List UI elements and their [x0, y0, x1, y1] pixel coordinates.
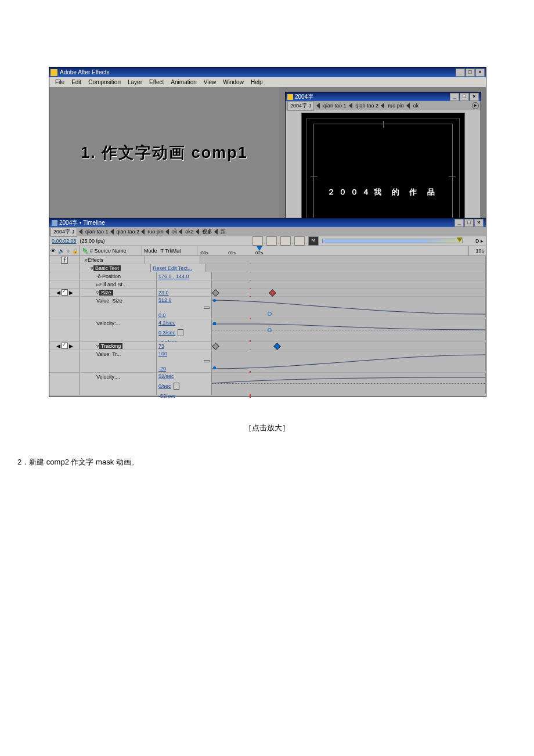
size-value-graph[interactable] — [212, 297, 486, 318]
keyframe-icon[interactable] — [273, 343, 281, 350]
menu-window[interactable]: Window — [219, 79, 247, 85]
opt-btn-2[interactable] — [266, 236, 277, 246]
keyframe-icon[interactable] — [269, 289, 276, 297]
position-label: Position — [102, 273, 121, 279]
tl-max-button[interactable]: □ — [464, 219, 474, 227]
tracking-value-graph[interactable] — [212, 350, 486, 371]
trkmat-header-label[interactable]: T TrkMat — [161, 248, 181, 254]
tl-tab-5[interactable]: ok — [172, 229, 178, 235]
track-vel-min[interactable]: -52/sec — [158, 393, 176, 398]
track-value-max[interactable]: 100 — [158, 351, 167, 357]
tl-tab-8[interactable]: 距 — [221, 228, 226, 236]
track-value-min[interactable]: -20 — [158, 366, 166, 372]
row-effects: ⨍ ▿ Effects — [49, 256, 486, 264]
tab-divider-icon — [406, 103, 410, 109]
stopwatch-icon[interactable] — [62, 289, 68, 296]
body-step-2: 2．新建 comp2 作文字 mask 动画。 — [17, 457, 139, 467]
opt-btn-1[interactable] — [252, 236, 263, 246]
size-value[interactable]: 23.0 — [158, 290, 169, 296]
ruler-tick: :00s — [200, 250, 208, 255]
timeline-window: 2004字 • Timeline _ □ × 2004字 J qian tao … — [49, 218, 486, 397]
track-vel-mid[interactable]: 0/sec — [158, 383, 171, 389]
cti-marker-icon[interactable] — [257, 246, 262, 251]
size-value-max[interactable]: 512.0 — [158, 297, 172, 303]
tl-tab-7[interactable]: 視多 — [202, 228, 212, 236]
row-basic-text[interactable]: ▿ Basic Text Reset Edit Text... — [49, 264, 486, 272]
time-ruler[interactable]: :00s 01s 02s — [197, 246, 469, 255]
menu-view[interactable]: View — [200, 79, 220, 85]
ibeam-icon[interactable] — [174, 383, 179, 390]
menu-effect[interactable]: Effect — [146, 79, 167, 85]
tab-divider-icon — [349, 103, 352, 109]
fx-toggle[interactable]: ⨍ — [61, 257, 68, 264]
size-vel-max[interactable]: 4.2/sec — [158, 320, 175, 326]
row-size-velocity: Velocity:... 4.2/sec 0.3/sec -4.2/sec — [49, 319, 486, 342]
solo-icon: ○ — [67, 248, 70, 254]
shy-icon: 🦎 — [82, 248, 88, 254]
menu-animation[interactable]: Animation — [167, 79, 200, 85]
stopwatch-icon[interactable] — [62, 343, 68, 349]
size-label: Size — [99, 290, 113, 296]
ibeam-icon[interactable] — [178, 329, 183, 336]
current-time[interactable]: 0:00:02:08 — [52, 238, 77, 244]
tl-close-button[interactable]: × — [474, 219, 484, 227]
viewer-tab-2[interactable]: qian tao 1 — [323, 103, 347, 109]
keyframe-icon[interactable] — [212, 343, 219, 350]
viewer-max-button[interactable]: □ — [460, 93, 469, 101]
row-size[interactable]: ◀▶ ▿ Size 23.0 — [49, 289, 486, 297]
tl-tab-3[interactable]: qian tao 2 — [117, 229, 140, 235]
viewer-menu-icon[interactable]: ▸ — [472, 102, 479, 109]
tl-tab-1[interactable]: 2004字 J — [50, 227, 77, 237]
row-size-value: Value: Size 512.0 0.0 — [49, 297, 486, 319]
opt-btn-5[interactable]: M — [308, 236, 319, 246]
comp-end-marker-icon[interactable] — [457, 237, 463, 242]
viewer-tab-4[interactable]: ruo pin — [388, 103, 404, 109]
keyframe-icon[interactable] — [212, 289, 219, 297]
basic-text-value[interactable]: Reset Edit Text... — [153, 265, 192, 271]
position-value[interactable]: 176.0 , 144.0 — [158, 273, 189, 279]
track-vel-max[interactable]: 52/sec — [158, 373, 174, 379]
image-caption[interactable]: ［点击放大］ — [0, 423, 534, 433]
tl-tab-6[interactable]: ok2 — [185, 229, 194, 235]
size-velocity-graph[interactable] — [212, 319, 486, 340]
tl-tab-4[interactable]: ruo pin — [147, 229, 164, 235]
minimize-button[interactable]: _ — [456, 69, 465, 77]
ruler-tick: 02s — [255, 250, 263, 255]
ibeam-icon[interactable] — [204, 307, 210, 309]
tracking-velocity-graph[interactable] — [212, 373, 486, 394]
viewer-min-button[interactable]: _ — [450, 93, 459, 101]
menu-help[interactable]: Help — [247, 79, 266, 85]
source-name-header[interactable]: 🦎 # Source Name — [80, 246, 142, 255]
viewer-tab-3[interactable]: qian tao 2 — [356, 103, 379, 109]
ibeam-icon[interactable] — [204, 360, 210, 362]
mode-header-label[interactable]: Mode — [144, 248, 157, 254]
size-vel-mid[interactable]: 0.3/sec — [158, 330, 175, 336]
menu-layer[interactable]: Layer — [124, 79, 146, 85]
anchor-icon: ·ô· — [96, 273, 102, 279]
menu-edit[interactable]: Edit — [68, 79, 85, 85]
close-button[interactable]: × — [475, 69, 485, 77]
tab-divider-icon — [79, 229, 82, 235]
viewer-tab-1[interactable]: 2004字 J — [287, 101, 314, 111]
viewer-text: ２００４我 的 作 品 — [302, 187, 464, 197]
tl-tab-2[interactable]: qian tao 1 — [85, 229, 109, 235]
row-tracking[interactable]: ◀▶ ▿ Tracking 73 — [49, 342, 486, 350]
tl-min-button[interactable]: _ — [454, 219, 464, 227]
screenshot: Adobe After Effects _ □ × File Edit Comp… — [49, 67, 486, 397]
maximize-button[interactable]: □ — [466, 69, 475, 77]
size-value-min[interactable]: 0.0 — [158, 312, 166, 318]
tracking-value[interactable]: 73 — [158, 343, 164, 349]
opt-btn-4[interactable] — [294, 236, 305, 246]
tab-divider-icon — [165, 229, 169, 235]
keyframe-nav[interactable]: ◀▶ — [56, 289, 73, 296]
keyframe-nav[interactable]: ◀▶ — [56, 343, 73, 349]
menu-file[interactable]: File — [52, 79, 68, 85]
opt-btn-3[interactable] — [280, 236, 291, 246]
menu-bar: File Edit Composition Layer Effect Anima… — [49, 77, 486, 87]
menu-composition[interactable]: Composition — [85, 79, 124, 85]
viewer-close-button[interactable]: × — [470, 93, 479, 101]
row-position[interactable]: ·ô· Position 176.0 , 144.0 — [49, 272, 486, 280]
viewer-title: 2004字 — [295, 93, 449, 101]
viewer-tab-5[interactable]: ok — [413, 103, 419, 109]
row-fill-stroke[interactable]: ▹ Fill and St... — [49, 280, 486, 289]
